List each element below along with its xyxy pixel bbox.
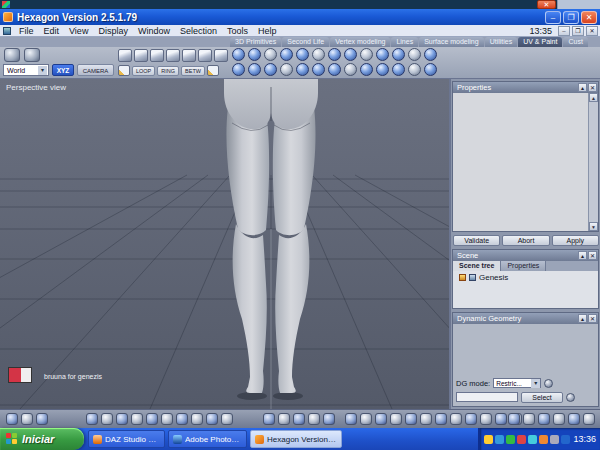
tool-icon[interactable]	[308, 413, 320, 425]
menu-item-selection[interactable]: Selection	[175, 25, 222, 37]
tree-item-genesis[interactable]: Genesis	[453, 271, 598, 282]
tool-icon[interactable]	[86, 413, 98, 425]
tab-scene-properties[interactable]: Properties	[501, 261, 546, 271]
tool-icon[interactable]	[293, 413, 305, 425]
tool-icon[interactable]	[146, 413, 158, 425]
menu-item-file[interactable]: File	[14, 25, 39, 37]
camera-tool-icon[interactable]	[24, 48, 40, 62]
menu-item-help[interactable]: Help	[253, 25, 282, 37]
dg-value-field[interactable]	[456, 392, 518, 402]
tool-icon[interactable]	[420, 413, 432, 425]
panel-close-icon[interactable]: ✕	[588, 83, 597, 92]
tool-icon[interactable]	[360, 63, 373, 76]
eye-tool-icon[interactable]	[4, 48, 20, 62]
tool-icon[interactable]	[101, 413, 113, 425]
scroll-down-icon[interactable]: ▼	[589, 222, 598, 231]
dg-option-knob[interactable]	[566, 393, 575, 402]
tray-icon[interactable]	[517, 435, 526, 444]
tool-icon[interactable]	[568, 413, 580, 425]
select-button[interactable]: Select	[521, 392, 563, 403]
taskbar-item-photoshop[interactable]: Adobe Photoshop	[168, 430, 247, 448]
tool-icon[interactable]	[392, 63, 405, 76]
tool-icon[interactable]	[344, 63, 357, 76]
tool-icon[interactable]	[376, 63, 389, 76]
tray-icon[interactable]	[506, 435, 515, 444]
tool-icon[interactable]	[280, 63, 293, 76]
minimize-button[interactable]: –	[545, 11, 561, 24]
tool-icon[interactable]	[424, 48, 437, 61]
panel-close-icon[interactable]: ✕	[588, 251, 597, 260]
tool-icon[interactable]	[21, 413, 33, 425]
tool-icon[interactable]	[408, 48, 421, 61]
chevron-down-icon[interactable]: ▾	[531, 379, 540, 388]
tool-icon[interactable]	[360, 48, 373, 61]
tool-icon[interactable]	[328, 63, 341, 76]
tool-icon[interactable]	[583, 413, 595, 425]
tool-icon[interactable]	[36, 413, 48, 425]
tool-icon[interactable]	[150, 49, 164, 62]
chevron-down-icon[interactable]: ▾	[38, 66, 47, 75]
tool-icon[interactable]	[296, 48, 309, 61]
background-close-button[interactable]: ✕	[537, 0, 556, 9]
xyz-button[interactable]: XYZ	[52, 64, 74, 76]
tool-icon[interactable]	[232, 48, 245, 61]
tool-icon[interactable]	[118, 49, 132, 62]
betw-button[interactable]: BETW	[181, 66, 205, 76]
maximize-button[interactable]: ❐	[563, 11, 579, 24]
tool-icon[interactable]	[182, 49, 196, 62]
scene-panel-header[interactable]: Scene ▴ ✕	[453, 250, 598, 261]
tool-icon[interactable]	[523, 413, 535, 425]
panel-close-icon[interactable]: ✕	[588, 314, 597, 323]
tool-icon[interactable]	[131, 413, 143, 425]
tray-icon[interactable]	[484, 435, 493, 444]
tray-icon[interactable]	[561, 435, 570, 444]
tool-icon[interactable]	[263, 413, 275, 425]
tool-icon[interactable]	[376, 48, 389, 61]
menu-item-window[interactable]: Window	[133, 25, 175, 37]
tool-icon[interactable]	[198, 49, 212, 62]
tab-uv-paint[interactable]: UV & Paint	[518, 37, 562, 47]
start-button[interactable]: Iniciar	[0, 428, 84, 450]
tool-icon[interactable]	[176, 413, 188, 425]
tool-icon[interactable]	[264, 63, 277, 76]
tab-customize[interactable]: Cust	[563, 37, 587, 47]
viewport-3d[interactable]: Perspective view bruuna for genezis	[0, 79, 449, 409]
tool-icon[interactable]	[191, 413, 203, 425]
tool-icon[interactable]	[390, 413, 402, 425]
dg-mode-dropdown[interactable]: Restric... ▾	[493, 378, 541, 388]
tool-icon[interactable]	[6, 413, 18, 425]
tool-icon[interactable]	[424, 63, 437, 76]
ring-button[interactable]: RING	[157, 66, 179, 76]
panel-collapse-icon[interactable]: ▴	[578, 314, 587, 323]
tab-3d-primitives[interactable]: 3D Primitives	[230, 37, 281, 47]
tool-icon[interactable]	[344, 48, 357, 61]
tool-icon[interactable]	[296, 63, 309, 76]
tool-icon[interactable]	[345, 413, 357, 425]
tool-icon[interactable]	[405, 413, 417, 425]
tray-icon[interactable]	[528, 435, 537, 444]
child-minimize-button[interactable]: –	[558, 26, 570, 36]
tray-icon[interactable]	[539, 435, 548, 444]
tool-icon[interactable]	[312, 48, 325, 61]
tool-icon[interactable]	[134, 49, 148, 62]
menu-item-display[interactable]: Display	[93, 25, 133, 37]
tool-icon[interactable]	[232, 63, 245, 76]
tool-icon[interactable]	[408, 63, 421, 76]
tray-icon[interactable]	[495, 435, 504, 444]
tool-icon[interactable]	[435, 413, 447, 425]
world-dropdown[interactable]: World ▾	[3, 64, 49, 76]
properties-scrollbar[interactable]: ▲ ▼	[588, 93, 598, 231]
tool-icon[interactable]	[553, 413, 565, 425]
tool-icon[interactable]	[495, 413, 507, 425]
panel-collapse-icon[interactable]: ▴	[578, 251, 587, 260]
tool-icon[interactable]	[248, 48, 261, 61]
taskbar-item-hexagon[interactable]: Hexagon Version 2.5....	[250, 430, 342, 448]
desktop-icon[interactable]	[2, 1, 10, 8]
tab-scene-tree[interactable]: Scene tree	[453, 261, 501, 271]
camera-button[interactable]: CAMERA	[77, 64, 114, 76]
validate-button[interactable]: Validate	[453, 235, 500, 246]
child-close-button[interactable]: ✕	[586, 26, 598, 36]
tool-icon[interactable]	[312, 63, 325, 76]
tool-icon[interactable]	[116, 413, 128, 425]
tool-icon[interactable]	[392, 48, 405, 61]
